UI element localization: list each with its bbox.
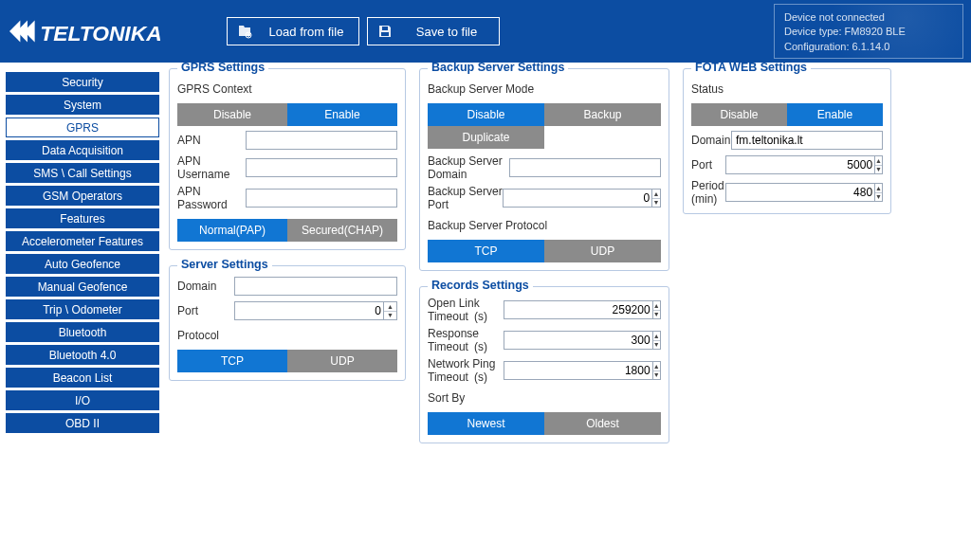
server-port-stepper[interactable]: ▲▼ [384,301,397,320]
backup-mode-label: Backup Server Mode [428,82,551,96]
backup-protocol-udp[interactable]: UDP [544,240,661,262]
server-settings-group: Server Settings Domain Port ▲▼ Protocol … [169,265,406,381]
backup-settings-title: Backup Server Settings [428,63,568,74]
server-domain-label: Domain [177,280,234,293]
ping-timeout-stepper[interactable]: ▲▼ [653,361,661,380]
backup-port-input[interactable] [503,189,652,208]
status-connection: Device not connected [784,10,953,25]
backup-protocol-label: Backup Server Protocol [428,219,551,232]
device-status-panel: Device not connected Device type: FM8920… [774,4,963,59]
sidebar-item-obd-ii[interactable]: OBD II [6,413,159,433]
sidebar-item-auto-geofence[interactable]: Auto Geofence [6,254,159,274]
file-save-icon [377,24,393,39]
server-port-input[interactable] [234,301,384,320]
brand-logo: TELTONIKA [9,13,208,49]
sort-newest[interactable]: Newest [428,412,544,435]
sidebar-item-data-acquisition[interactable]: Data Acquisition [6,140,159,160]
svg-rect-4 [382,27,388,30]
gprs-context-label: GPRS Context [177,82,268,96]
sidebar-nav: SecuritySystemGPRSData AcquisitionSMS \ … [0,63,165,560]
backup-mode-backup[interactable]: Backup [544,103,661,126]
gprs-context-disable[interactable]: Disable [177,103,287,126]
fota-domain-label: Domain [691,134,731,147]
server-protocol-label: Protocol [177,329,234,342]
sidebar-item-gprs[interactable]: GPRS [6,117,159,137]
gprs-settings-group: GPRS Settings GPRS Context Disable Enabl… [169,68,406,250]
apn-user-input[interactable] [246,158,397,177]
backup-settings-group: Backup Server Settings Backup Server Mod… [419,68,669,271]
fota-status-label: Status [691,82,758,96]
open-link-timeout-input[interactable] [504,300,653,319]
fota-period-stepper[interactable]: ▲▼ [875,183,883,202]
fota-status-disable[interactable]: Disable [691,103,787,126]
sidebar-item-accelerometer-features[interactable]: Accelerometer Features [6,231,159,251]
fota-status-enable[interactable]: Enable [787,103,883,126]
apn-user-label: APN Username [177,154,246,181]
backup-port-stepper[interactable]: ▲▼ [652,189,661,208]
save-to-file-label: Save to file [404,25,489,39]
backup-domain-input[interactable] [509,158,661,177]
app-header: TELTONIKA Load from file Save to file De… [0,0,971,63]
gprs-context-enable[interactable]: Enable [287,103,397,126]
server-settings-title: Server Settings [177,258,272,271]
backup-port-label: Backup Server Port [428,185,503,211]
file-open-icon [237,24,252,39]
load-from-file-label: Load from file [264,25,349,39]
sidebar-item-bluetooth[interactable]: Bluetooth [6,322,159,342]
apn-pass-input[interactable] [246,189,397,208]
fota-status-toggle: Disable Enable [691,103,883,126]
load-from-file-button[interactable]: Load from file [227,17,359,45]
open-link-timeout-stepper[interactable]: ▲▼ [653,300,661,319]
fota-period-label: Period (min) [691,179,725,206]
save-to-file-button[interactable]: Save to file [367,17,500,45]
content-area: GPRS Settings GPRS Context Disable Enabl… [165,63,971,560]
fota-port-label: Port [691,158,725,172]
sort-by-label: Sort By [428,391,560,405]
fota-settings-group: FOTA WEB Settings Status Disable Enable … [683,68,891,214]
backup-mode-duplicate[interactable]: Duplicate [428,126,544,149]
server-port-label: Port [177,304,234,317]
sort-oldest[interactable]: Oldest [544,412,661,435]
sidebar-item-gsm-operators[interactable]: GSM Operators [6,186,159,206]
fota-domain-input[interactable] [731,131,883,150]
backup-protocol-tcp[interactable]: TCP [428,240,544,262]
sidebar-item-manual-geofence[interactable]: Manual Geofence [6,277,159,297]
sidebar-item-system[interactable]: System [6,95,159,115]
open-link-timeout-label: Open Link Timeout(s) [428,297,504,323]
ping-timeout-input[interactable] [504,361,653,380]
ping-timeout-label: Network Ping Timeout(s) [428,357,504,384]
gprs-auth-pap[interactable]: Normal(PAP) [177,219,287,242]
header-toolbar: Load from file Save to file [227,17,500,45]
response-timeout-stepper[interactable]: ▲▼ [653,331,661,350]
logo-icon: TELTONIKA [9,13,208,49]
status-device-type: Device type: FM8920 BLE [784,25,953,39]
server-domain-input[interactable] [234,277,397,296]
backup-mode-disable[interactable]: Disable [428,103,544,126]
backup-protocol-toggle: TCP UDP [428,240,661,262]
apn-input[interactable] [246,131,397,150]
sidebar-item-security[interactable]: Security [6,72,159,92]
status-config-version: Configuration: 6.1.14.0 [784,40,953,54]
response-timeout-label: Response Timeout(s) [428,327,504,353]
fota-port-input[interactable] [725,155,875,174]
gprs-auth-toggle: Normal(PAP) Secured(CHAP) [177,219,397,242]
backup-domain-label: Backup Server Domain [428,154,509,181]
backup-mode-toggle: Disable Backup Duplicate [428,103,661,149]
svg-rect-5 [381,32,389,36]
fota-period-input[interactable] [725,183,875,202]
records-settings-group: Records Settings Open Link Timeout(s) ▲▼… [419,286,669,443]
sidebar-item-features[interactable]: Features [6,208,159,228]
sidebar-item-beacon-list[interactable]: Beacon List [6,368,159,388]
fota-port-stepper[interactable]: ▲▼ [875,155,883,174]
apn-pass-label: APN Password [177,185,246,211]
gprs-settings-title: GPRS Settings [177,63,268,74]
server-protocol-tcp[interactable]: TCP [177,350,287,372]
server-protocol-udp[interactable]: UDP [287,350,397,372]
fota-settings-title: FOTA WEB Settings [691,63,811,74]
sidebar-item-bluetooth-4-0[interactable]: Bluetooth 4.0 [6,345,159,365]
sidebar-item-trip-odometer[interactable]: Trip \ Odometer [6,299,159,319]
sidebar-item-i-o[interactable]: I/O [6,390,159,410]
gprs-auth-chap[interactable]: Secured(CHAP) [287,219,397,242]
response-timeout-input[interactable] [504,331,653,350]
sidebar-item-sms-call-settings[interactable]: SMS \ Call Settings [6,163,159,183]
